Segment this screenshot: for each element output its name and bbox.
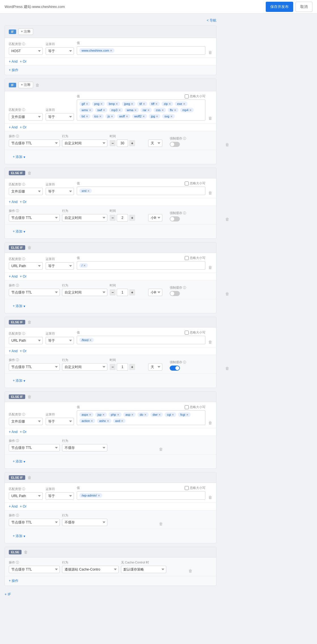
add-note-btn-1[interactable]: + 注释 [18, 28, 33, 35]
tag-close[interactable]: ✕ [170, 115, 173, 118]
tag-close[interactable]: ✕ [147, 109, 150, 112]
delete-else-if-3[interactable]: 🗑 [27, 320, 31, 324]
time-input-2[interactable] [117, 140, 128, 147]
time-unit-select-ei3[interactable]: 天 [148, 363, 162, 371]
time-inc-ei3[interactable]: + [129, 364, 135, 370]
operator-select-ei1[interactable]: 等于 [46, 188, 74, 195]
ignore-case-check-ei5[interactable] [185, 486, 189, 490]
tag-close[interactable]: ✕ [117, 413, 119, 416]
time-input-ei1[interactable] [117, 214, 128, 221]
operator-select-ei5[interactable]: 等于 [46, 492, 74, 500]
tag-close[interactable]: ✕ [158, 413, 161, 416]
tag-close[interactable]: ✕ [86, 102, 88, 105]
forced-cache-toggle-ei2[interactable] [170, 291, 180, 296]
add-btn-ei1[interactable]: + 添加 ▾ [9, 227, 29, 236]
action-op-select-ei3[interactable]: 节点缓存 TTL [9, 363, 60, 371]
tag-close[interactable]: ✕ [126, 115, 128, 118]
match-type-select-ei2[interactable]: URL Path [9, 262, 43, 270]
tag-close[interactable]: ✕ [100, 102, 103, 105]
delete-condition-ei5[interactable]: 🗑 [208, 495, 212, 500]
action-behavior-select-else[interactable]: 遵循源站 Cache-Contro [62, 566, 119, 573]
tag-close[interactable]: ✕ [144, 413, 146, 416]
or-btn-ei5[interactable]: + Or [20, 504, 27, 508]
add-action-btn-1[interactable]: + 操作 [9, 68, 18, 73]
action-behavior-select-ei3[interactable]: 自定义时间 [62, 363, 107, 371]
tag-close[interactable]: ✕ [91, 419, 93, 423]
action-behavior-select-2[interactable]: 自定义时间 [62, 140, 107, 147]
add-btn-ei4[interactable]: + 添加 ▾ [9, 457, 29, 466]
tag-close[interactable]: ✕ [89, 413, 91, 416]
tag-close[interactable]: ✕ [186, 413, 188, 416]
tag-close[interactable]: ✕ [161, 109, 164, 112]
match-type-select-ei1[interactable]: 文件后缀 [9, 188, 43, 195]
add-btn-else[interactable]: + 操作 [9, 578, 18, 583]
operator-select-ei2[interactable]: 等于 [46, 262, 74, 270]
delete-action-ei2[interactable]: 🗑 [225, 292, 229, 296]
tag-close[interactable]: ✕ [183, 102, 185, 105]
delete-condition-ei2[interactable]: 🗑 [208, 265, 212, 270]
tag-close[interactable]: ✕ [172, 413, 174, 416]
action-op-select-ei5[interactable]: 节点缓存 TTL [9, 519, 60, 526]
delete-action-else[interactable]: 🗑 [169, 569, 212, 573]
and-btn-ei5[interactable]: + And [9, 504, 18, 508]
ignore-case-check-2[interactable] [185, 94, 189, 98]
tag-close[interactable]: ✕ [143, 102, 145, 105]
tag-close[interactable]: ✕ [111, 115, 113, 118]
tag-close[interactable]: ✕ [99, 115, 101, 118]
action-behavior-select-ei4[interactable]: 不缓存 [62, 444, 107, 451]
tag-close[interactable]: ✕ [174, 109, 176, 112]
or-btn-ei1[interactable]: + Or [20, 200, 27, 204]
tag-close[interactable]: ✕ [189, 109, 192, 112]
cancel-button[interactable]: 取消 [295, 2, 312, 12]
time-inc-ei2[interactable]: + [129, 289, 135, 295]
tag-close[interactable]: ✕ [134, 109, 137, 112]
action-op-select-ei4[interactable]: 节点缓存 TTL [9, 444, 60, 451]
delete-block-2[interactable]: 🗑 [35, 83, 39, 87]
time-input-ei3[interactable] [117, 363, 128, 371]
delete-condition-2[interactable]: 🗑 [208, 116, 212, 121]
tag-close-1[interactable]: ✕ [110, 49, 112, 52]
delete-condition-ei3[interactable]: 🗑 [208, 340, 212, 344]
and-btn-ei3[interactable]: + And [9, 349, 18, 353]
action-behavior-select-ei1[interactable]: 自定义时间 [62, 214, 107, 221]
delete-condition-1[interactable]: 🗑 [208, 50, 212, 55]
tag-close-ei2-slash[interactable]: ✕ [83, 264, 86, 267]
time-inc-ei1[interactable]: + [129, 215, 135, 221]
add-note-btn-2[interactable]: + 注释 [18, 82, 33, 88]
tag-close-ei5-wpadmin[interactable]: ✕ [98, 494, 100, 497]
delete-else-if-5[interactable]: 🗑 [27, 475, 31, 480]
time-unit-select-ei1[interactable]: 小时 [148, 214, 162, 221]
tag-close[interactable]: ✕ [169, 102, 171, 105]
forced-cache-toggle-2[interactable] [170, 142, 180, 147]
delete-else-if-2[interactable]: 🗑 [27, 245, 31, 250]
operator-select-1[interactable]: 等于 [46, 47, 74, 55]
tag-close[interactable]: ✕ [156, 115, 158, 118]
delete-else-if-4[interactable]: 🗑 [27, 394, 31, 399]
action-op-select-2[interactable]: 节点缓存 TTL [9, 140, 60, 147]
delete-condition-ei4[interactable]: 🗑 [208, 421, 212, 425]
time-dec-ei3[interactable]: − [110, 364, 116, 370]
action-behavior-select-ei2[interactable]: 自定义时间 [62, 289, 107, 296]
and-btn-ei1[interactable]: + And [9, 200, 18, 204]
match-type-select-ei5[interactable]: URL Path [9, 492, 43, 500]
action-op-select-else[interactable]: 节点缓存 TTL [9, 566, 60, 573]
nav-link[interactable]: < 导航 [207, 18, 216, 23]
operator-select-2[interactable]: 等于 [46, 113, 74, 121]
ignore-case-check-ei2[interactable] [185, 256, 189, 260]
tag-close[interactable]: ✕ [131, 413, 133, 416]
tag-close[interactable]: ✕ [103, 109, 105, 112]
match-type-select-2[interactable]: 文件后缀 [9, 113, 43, 121]
tag-close[interactable]: ✕ [107, 419, 109, 423]
or-btn-ei2[interactable]: + Or [20, 275, 27, 278]
add-if-btn[interactable]: + IF [5, 592, 11, 596]
and-btn-ei4[interactable]: + And [9, 430, 18, 434]
tag-close[interactable]: ✕ [131, 102, 133, 105]
delete-condition-ei1[interactable]: 🗑 [208, 191, 212, 195]
or-btn-ei4[interactable]: + Or [20, 430, 27, 434]
match-type-select-1[interactable]: HOST [9, 47, 43, 55]
no-cache-select-else[interactable]: 默认缓存策略 [121, 566, 166, 573]
time-unit-select-2[interactable]: 天 [148, 140, 162, 147]
forced-cache-toggle-ei1[interactable] [170, 216, 180, 221]
add-btn-2[interactable]: + 添加 ▾ [9, 152, 29, 162]
time-dec-ei1[interactable]: − [110, 215, 116, 221]
